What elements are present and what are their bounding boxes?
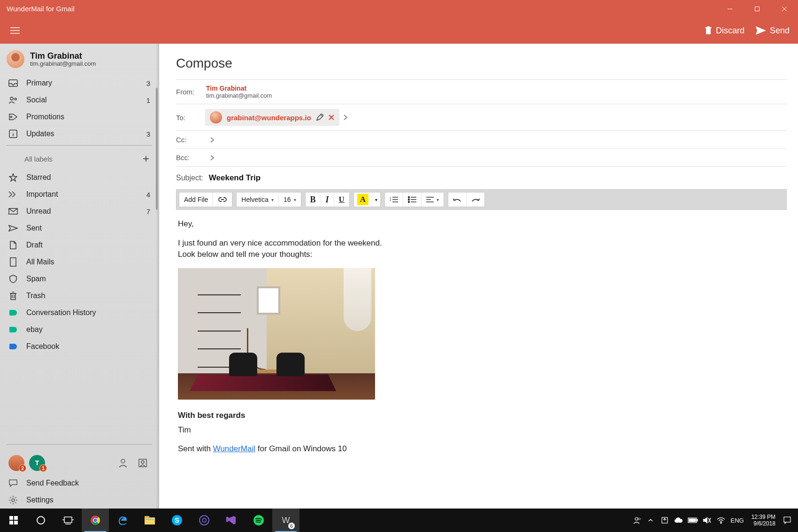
unordered-list-button[interactable] — [403, 193, 422, 207]
taskbar-app-spotify[interactable] — [245, 509, 272, 532]
account-switch-2[interactable]: T 1 — [29, 455, 45, 471]
accounts-manage-button[interactable] — [135, 455, 150, 470]
sidebar-item-unread[interactable]: Unread 7 — [0, 203, 159, 220]
window-close-button[interactable] — [771, 0, 798, 17]
discard-button[interactable]: Discard — [705, 26, 744, 36]
wundermail-link[interactable]: WunderMail — [213, 444, 255, 453]
tray-people-icon[interactable] — [629, 509, 644, 532]
to-expand-button[interactable] — [339, 114, 352, 121]
sidebar-divider — [7, 444, 152, 445]
svg-rect-78 — [784, 517, 790, 522]
tray-update-icon[interactable] — [658, 509, 672, 532]
discard-label: Discard — [716, 26, 744, 36]
recipient-chip[interactable]: grabinat@wunderapps.io — [205, 109, 339, 126]
recipient-avatar — [210, 111, 222, 123]
undo-button[interactable] — [448, 193, 467, 207]
text-color-dropdown[interactable]: ▾ — [372, 193, 380, 207]
window-titlebar: WunderMail for Gmail — [0, 0, 798, 17]
ordered-list-button[interactable]: 12 — [385, 193, 403, 207]
add-label-button[interactable]: + — [143, 152, 151, 165]
sidebar-item-social[interactable]: Social 1 — [0, 92, 159, 108]
start-button[interactable] — [0, 509, 27, 532]
sidebar-item-ebay[interactable]: ebay — [0, 321, 159, 338]
subject-row[interactable]: Subject: Weekend Trip — [176, 166, 787, 189]
sidebar-item-facebook[interactable]: Facebook — [0, 338, 159, 355]
hamburger-menu-button[interactable] — [10, 27, 20, 34]
taskbar-app-edge[interactable] — [109, 509, 136, 532]
sidebar-item-settings[interactable]: Settings — [0, 492, 159, 509]
add-file-button[interactable]: Add File — [179, 193, 213, 207]
sidebar-item-send-feedback[interactable]: Send Feedback — [0, 475, 159, 492]
taskbar-app-wundermail[interactable]: W 6 — [272, 509, 299, 532]
sidebar-accounts-row: 2 T 1 — [0, 451, 159, 475]
italic-button[interactable]: I — [321, 193, 334, 207]
sidebar-item-trash[interactable]: Trash — [0, 287, 159, 304]
subject-label: Subject: — [176, 174, 203, 182]
cortana-button[interactable] — [27, 509, 54, 532]
tag-icon — [8, 112, 18, 122]
send-button[interactable]: Send — [756, 26, 790, 36]
underline-button[interactable]: U — [334, 193, 349, 207]
bcc-row[interactable]: Bcc: — [176, 148, 787, 166]
cc-expand-button[interactable] — [206, 137, 218, 143]
sidebar-item-primary[interactable]: Primary 3 — [0, 75, 159, 92]
add-account-button[interactable] — [115, 455, 130, 470]
taskbar-app-unknown1[interactable] — [191, 509, 218, 532]
cc-row[interactable]: Cc: — [176, 131, 787, 148]
bcc-expand-button[interactable] — [206, 154, 218, 161]
from-value[interactable]: Tim Grabinat tim.grabinat@gmail.com — [206, 85, 272, 99]
tray-action-center-icon[interactable] — [780, 509, 794, 532]
tray-volume-icon[interactable] — [700, 509, 714, 532]
account-switch-1[interactable]: 2 — [8, 455, 24, 471]
svg-point-14 — [11, 116, 12, 118]
tray-expand-icon[interactable] — [644, 509, 658, 532]
task-view-button[interactable] — [54, 509, 82, 532]
redo-button[interactable] — [467, 193, 484, 207]
sidebar-item-allmails[interactable]: All Mails — [0, 254, 159, 270]
edit-recipient-icon[interactable] — [316, 114, 323, 121]
taskbar-app-visualstudio[interactable] — [218, 509, 245, 532]
body-signature: Tim — [178, 425, 191, 434]
sidebar-item-spam[interactable]: Spam — [0, 270, 159, 287]
sidebar-item-important[interactable]: Important 4 — [0, 186, 159, 203]
send-icon — [756, 26, 766, 35]
taskbar-app-skype[interactable]: S — [163, 509, 191, 532]
sidebar-item-updates[interactable]: Updates 3 — [0, 125, 159, 142]
taskbar-app-explorer[interactable] — [136, 509, 163, 532]
account-badge: 1 — [39, 464, 47, 472]
remove-recipient-icon[interactable] — [328, 114, 335, 121]
font-family-select[interactable]: Helvetica — [237, 193, 279, 207]
sidebar-item-sent[interactable]: Sent — [0, 220, 159, 237]
tray-language[interactable]: ENG — [728, 509, 747, 532]
trash-icon — [8, 291, 18, 301]
subject-input[interactable]: Weekend Trip — [209, 173, 261, 183]
sidebar-scrollbar[interactable] — [156, 88, 158, 210]
svg-point-39 — [408, 201, 410, 203]
editor-body[interactable]: Hey, I just found an very nice accommoda… — [176, 210, 787, 471]
tray-clock[interactable]: 12:39 PM 9/6/2018 — [747, 514, 780, 527]
svg-point-77 — [721, 523, 721, 524]
window-controls — [716, 0, 798, 17]
tray-onedrive-icon[interactable] — [672, 509, 686, 532]
svg-rect-48 — [9, 521, 13, 524]
sidebar-item-starred[interactable]: Starred — [0, 169, 159, 186]
taskbar-app-chrome[interactable] — [82, 509, 109, 532]
window-minimize-button[interactable] — [716, 0, 744, 17]
svg-point-12 — [10, 97, 13, 100]
text-color-button[interactable]: A — [354, 193, 372, 207]
tray-wifi-icon[interactable] — [714, 509, 728, 532]
align-button[interactable] — [422, 193, 444, 207]
insert-link-button[interactable] — [213, 193, 232, 207]
tray-battery-icon[interactable] — [686, 509, 700, 532]
svg-point-13 — [15, 98, 16, 100]
embedded-image[interactable] — [178, 268, 375, 400]
window-maximize-button[interactable] — [744, 0, 771, 17]
svg-point-59 — [93, 518, 97, 522]
bold-button[interactable]: B — [306, 193, 321, 207]
sidebar-item-promotions[interactable]: Promotions — [0, 108, 159, 125]
font-size-select[interactable]: 16 — [279, 193, 301, 207]
account-header[interactable]: Tim Grabinat tim.grabinat@gmail.com — [0, 44, 159, 72]
sidebar-item-draft[interactable]: Draft — [0, 237, 159, 254]
to-row: To: grabinat@wunderapps.io — [176, 104, 787, 131]
sidebar-item-conversation-history[interactable]: Conversation History — [0, 304, 159, 321]
